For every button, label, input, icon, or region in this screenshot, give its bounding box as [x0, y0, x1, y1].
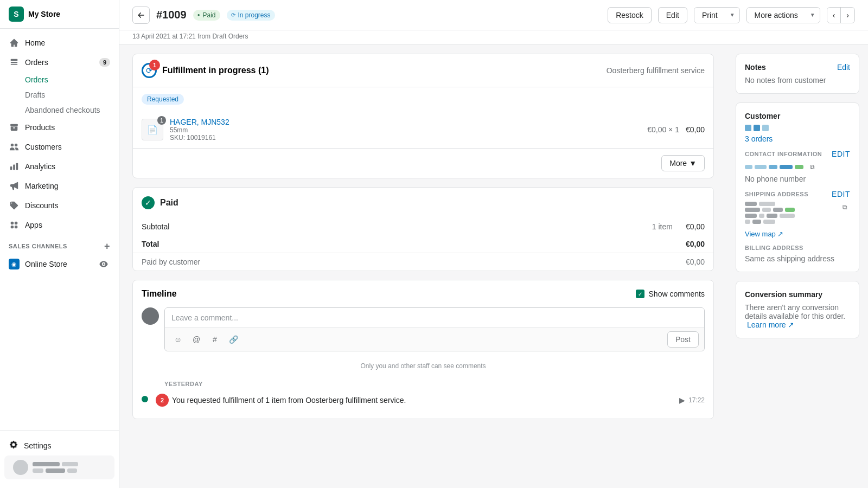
order-subtitle: 13 April 2021 at 17:21 from Draft Orders	[119, 30, 868, 45]
product-row: 1 📄 HAGER, MJN532 55mm SKU: 10019161 €0,…	[133, 111, 713, 148]
payment-title: Paid	[160, 198, 178, 208]
main-content: #1009 Paid In progress Restock Edit Prin…	[119, 0, 868, 488]
sidebar-item-apps[interactable]: Apps	[0, 215, 119, 235]
hashtag-btn[interactable]: #	[207, 332, 222, 347]
product-name-link[interactable]: HAGER, MJN532	[170, 118, 641, 126]
orders-icon	[9, 57, 20, 68]
fulfillment-body: Requested 1 📄 HAGER, MJN532 55mm SKU: 10…	[133, 87, 713, 148]
fulfillment-service: Oosterberg fulfillment service	[607, 66, 705, 75]
sidebar-item-apps-label: Apps	[25, 221, 42, 229]
content-main: ⟳ 1 Fulfillment in progress (1) Oosterbe…	[119, 45, 727, 488]
product-doc-icon: 📄	[147, 125, 158, 135]
product-price: €0,00 × 1	[647, 125, 679, 134]
shipping-section-title: SHIPPING ADDRESS Edit	[745, 190, 850, 198]
sidebar-item-products-label: Products	[25, 123, 55, 132]
sidebar-subitem-orders[interactable]: Orders	[25, 72, 119, 87]
sidebar-item-products[interactable]: Products	[0, 118, 119, 137]
sidebar-header: S My Store	[0, 0, 119, 29]
product-total: €0,00	[686, 125, 705, 134]
external-link-icon: ↗	[777, 230, 783, 238]
timeline-event-arrow[interactable]: ▶	[679, 396, 685, 404]
contact-info-row: ⧉	[745, 162, 850, 172]
conversion-title-text: Conversion summary	[745, 290, 822, 299]
sidebar-item-settings[interactable]: Settings	[0, 435, 119, 455]
more-button[interactable]: More ▼	[661, 155, 705, 171]
prev-order-button[interactable]: ‹	[827, 8, 841, 23]
sidebar-item-orders[interactable]: Orders 9	[0, 53, 119, 72]
customer-orders-link[interactable]: 3 orders	[745, 134, 850, 143]
timeline-title: Timeline	[142, 289, 177, 299]
contact-edit-btn[interactable]: Edit	[832, 150, 850, 158]
copy-email-btn[interactable]: ⧉	[807, 162, 818, 172]
notes-empty-text: No notes from customer	[745, 76, 850, 85]
sidebar-item-discounts[interactable]: Discounts	[0, 196, 119, 215]
sidebar-nav: Home Orders 9 Orders Drafts Abandoned ch…	[0, 29, 119, 431]
sidebar-user-bar[interactable]	[4, 455, 114, 479]
customer-dot-3	[762, 125, 769, 131]
order-number: #1009	[156, 9, 187, 21]
customer-title: Customer	[745, 112, 850, 120]
sales-channels-section: SALES CHANNELS +	[0, 235, 119, 253]
online-store-eye-btn[interactable]	[97, 258, 110, 271]
analytics-icon	[9, 161, 20, 172]
fulfillment-notification-badge: 1	[149, 60, 160, 70]
print-main-button[interactable]: Print	[694, 8, 725, 23]
next-order-button[interactable]: ›	[841, 8, 854, 23]
fulfillment-header: ⟳ 1 Fulfillment in progress (1) Oosterbe…	[133, 54, 713, 87]
payment-totals: Subtotal 1 item €0,00 Total €0,00	[133, 218, 713, 253]
conversion-card: Conversion summary There aren't any conv…	[736, 281, 859, 338]
notes-card: Notes Edit No notes from customer	[736, 54, 859, 94]
more-actions-button[interactable]: More actions	[747, 8, 806, 23]
sidebar-subitem-drafts[interactable]: Drafts	[25, 87, 119, 102]
shipping-edit-btn[interactable]: Edit	[832, 190, 850, 198]
sidebar-item-home[interactable]: Home	[0, 33, 119, 53]
copy-address-btn[interactable]: ⧉	[839, 202, 850, 213]
marketing-icon	[9, 181, 20, 191]
print-arrow-button[interactable]: ▼	[725, 8, 739, 23]
show-comments-checkbox[interactable]: ✓	[636, 290, 644, 298]
sidebar-item-customers-label: Customers	[25, 143, 62, 151]
topbar: #1009 Paid In progress Restock Edit Prin…	[119, 0, 868, 30]
timeline-notification-badge: 2	[156, 394, 169, 407]
shipping-address-block	[745, 202, 795, 226]
product-info: HAGER, MJN532 55mm SKU: 10019161	[170, 118, 641, 142]
emoji-btn[interactable]: ☺	[170, 332, 186, 347]
learn-more-icon: ↗	[788, 320, 794, 329]
online-store-icon: ◉	[9, 259, 20, 269]
sidebar-item-analytics[interactable]: Analytics	[0, 157, 119, 176]
contact-section-label: CONTACT INFORMATION	[745, 151, 822, 157]
add-sales-channel-btn[interactable]: +	[104, 241, 110, 251]
back-button[interactable]	[132, 7, 150, 24]
attachment-btn[interactable]: 🔗	[226, 332, 241, 347]
sidebar-item-online-store[interactable]: ◉ Online Store	[0, 253, 119, 275]
paid-by-label: Paid by customer	[142, 258, 686, 266]
billing-text: Same as shipping address	[745, 254, 850, 263]
sidebar-subitem-abandoned[interactable]: Abandoned checkouts	[25, 102, 119, 118]
paid-badge: Paid	[193, 10, 220, 21]
home-icon	[9, 37, 20, 48]
shipping-section-label: SHIPPING ADDRESS	[745, 191, 808, 197]
restock-button[interactable]: Restock	[608, 7, 652, 23]
conversion-title: Conversion summary	[745, 290, 850, 299]
sidebar-item-home-label: Home	[25, 38, 45, 47]
notes-edit-btn[interactable]: Edit	[837, 63, 850, 72]
mention-btn[interactable]: @	[189, 332, 204, 347]
product-qty-badge: 1	[157, 116, 166, 125]
comment-input[interactable]	[165, 308, 704, 328]
post-button[interactable]: Post	[667, 331, 699, 348]
sidebar-item-analytics-label: Analytics	[25, 162, 55, 171]
sidebar-item-marketing[interactable]: Marketing	[0, 176, 119, 196]
view-map-link[interactable]: View map ↗	[745, 230, 783, 238]
subtotal-row: Subtotal 1 item €0,00	[133, 218, 713, 235]
more-actions-split: More actions ▼	[746, 7, 820, 23]
edit-button[interactable]: Edit	[658, 7, 687, 23]
timeline-dot	[142, 396, 148, 402]
show-comments-toggle[interactable]: ✓ Show comments	[636, 290, 705, 298]
sidebar-item-customers[interactable]: Customers	[0, 137, 119, 157]
product-sku: SKU: 10019161	[170, 134, 641, 142]
subtotal-label: Subtotal	[142, 222, 652, 231]
more-actions-arrow[interactable]: ▼	[806, 8, 820, 23]
paid-by-row: Paid by customer €0,00	[133, 253, 713, 271]
learn-more-link[interactable]: Learn more ↗	[747, 320, 794, 329]
timeline-event-time: 17:22	[688, 396, 705, 404]
